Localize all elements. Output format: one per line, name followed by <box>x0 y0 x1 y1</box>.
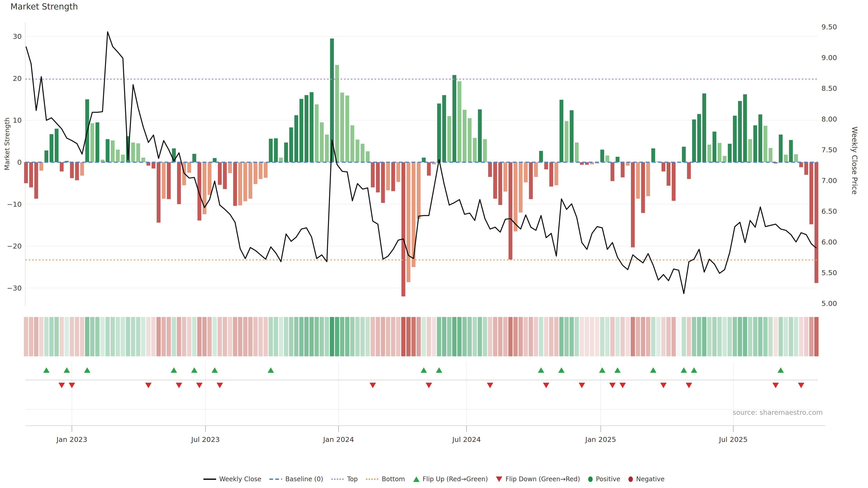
strength-bar-positive <box>463 110 467 162</box>
strength-bar-positive <box>447 116 451 162</box>
heatmap-cell <box>166 317 171 356</box>
strength-bar-negative <box>396 162 400 182</box>
strength-bar-negative <box>646 162 650 196</box>
source-text: source: sharemaestro.com <box>710 409 823 416</box>
strength-bar-positive <box>294 115 298 162</box>
strength-bar-positive <box>651 149 655 162</box>
dotted-swatch-icon <box>331 479 344 480</box>
strength-bar-negative <box>34 162 38 199</box>
strength-bar-negative <box>162 162 166 199</box>
flip-down-marker-icon <box>798 383 804 388</box>
left-axis-tick: −20 <box>7 242 22 250</box>
strength-bar-positive <box>95 123 99 162</box>
flip-down-marker-icon <box>59 383 65 388</box>
heatmap-cell <box>34 317 38 356</box>
heatmap-cell <box>24 317 28 356</box>
strength-bar-positive <box>105 139 110 162</box>
heatmap-cell <box>29 317 33 356</box>
strength-bar-positive <box>616 157 619 162</box>
heatmap-cell <box>692 317 696 356</box>
strength-bar-positive <box>718 143 721 162</box>
heatmap-cell <box>804 317 808 356</box>
strength-bar-positive <box>702 94 706 162</box>
strength-bar-positive <box>50 134 53 162</box>
strength-bar-positive <box>794 154 798 162</box>
strength-bar-positive <box>728 144 732 162</box>
heatmap-cell <box>279 317 283 356</box>
heatmap-cell <box>340 317 344 356</box>
heatmap-cell <box>396 317 400 356</box>
strength-bar-positive <box>141 158 145 162</box>
flip-up-marker-icon <box>614 367 621 373</box>
flip-down-marker-icon <box>217 383 223 388</box>
right-axis-tick: 9.50 <box>822 23 837 31</box>
flip-up-marker-icon <box>421 367 427 373</box>
heatmap-cell <box>90 317 94 356</box>
strength-bar-negative <box>503 162 507 192</box>
heatmap-cell <box>95 317 99 356</box>
heatmap-cell <box>585 317 589 356</box>
heatmap-cell <box>177 317 181 356</box>
legend-item-5: Flip Down (Green→Red) <box>496 475 580 483</box>
strength-bar-positive <box>769 148 772 162</box>
legend-item-6: Positive <box>588 475 620 483</box>
strength-bar-negative <box>814 162 818 283</box>
legend-item-2: Top <box>331 475 358 483</box>
heatmap-cell <box>121 317 125 356</box>
heatmap-cell <box>626 317 630 356</box>
strength-bar-negative <box>493 162 497 199</box>
heatmap-cell <box>442 317 446 356</box>
heatmap-cell <box>141 317 145 356</box>
heatmap-cell <box>575 317 579 356</box>
heatmap-cell <box>299 317 304 356</box>
heatmap-cell <box>636 317 640 356</box>
circle-swatch-icon <box>588 477 593 482</box>
legend-item-1: Baseline (0) <box>270 475 323 483</box>
strength-bar-positive <box>789 140 793 162</box>
heatmap-cell <box>778 317 783 356</box>
heatmap-cell <box>620 317 625 356</box>
circle-swatch-icon <box>628 477 633 482</box>
left-axis-tick: −30 <box>7 284 22 292</box>
strength-bar-negative <box>809 162 813 224</box>
flip-up-marker-icon <box>84 367 90 373</box>
x-axis-tick-label: Jul 2023 <box>191 435 220 444</box>
heatmap-cell <box>748 317 752 356</box>
heatmap-cell <box>39 317 43 356</box>
heatmap-cell <box>335 317 339 356</box>
strength-bar-negative <box>381 162 385 203</box>
heatmap-cell <box>503 317 507 356</box>
right-axis-tick: 8.00 <box>822 115 837 123</box>
strength-bar-negative <box>514 162 518 231</box>
heatmap-cell <box>269 317 273 356</box>
heatmap-cell <box>727 317 732 356</box>
heatmap-cell <box>371 317 375 356</box>
x-axis-tick-label: Jul 2024 <box>452 435 481 444</box>
strength-bar-positive <box>733 116 737 162</box>
legend-item-3: Bottom <box>366 475 405 483</box>
strength-bar-positive <box>569 110 574 162</box>
flip-up-marker-icon <box>268 367 274 373</box>
strength-bar-positive <box>442 95 446 162</box>
strength-bar-negative <box>641 162 645 213</box>
strength-bar-positive <box>682 147 686 162</box>
heatmap-cell <box>615 317 620 356</box>
heatmap-cell <box>646 317 650 356</box>
triangle-down-icon <box>496 477 502 482</box>
heatmap-cell <box>381 317 385 356</box>
strength-bar-positive <box>44 151 49 162</box>
heatmap-cell <box>320 317 324 356</box>
flip-up-marker-icon <box>681 367 687 373</box>
strength-bar-positive <box>565 121 568 162</box>
strength-bar-positive <box>300 99 303 162</box>
heatmap-cell <box>330 317 334 356</box>
heatmap-cell <box>743 317 747 356</box>
strength-bar-positive <box>559 100 563 162</box>
heatmap-cell <box>248 317 252 356</box>
heatmap-cell <box>59 317 64 356</box>
heatmap-cell <box>539 317 543 356</box>
flip-down-marker-icon <box>145 383 151 388</box>
flip-down-marker-icon <box>579 383 585 388</box>
heatmap-cell <box>809 317 813 356</box>
flip-down-marker-icon <box>426 383 432 388</box>
